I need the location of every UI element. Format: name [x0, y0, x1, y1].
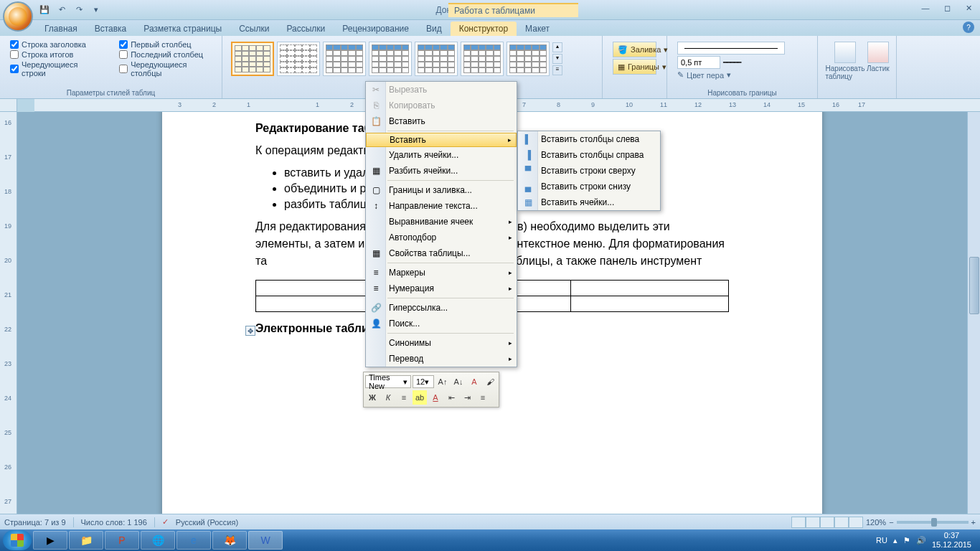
ctx-synonyms[interactable]: Синонимы▸ — [366, 335, 517, 351]
mini-highlight-button[interactable]: ab — [413, 390, 427, 405]
ctx-autofit[interactable]: Автоподбор▸ — [366, 230, 517, 245]
tab-mailings[interactable]: Рассылки — [278, 22, 334, 36]
view-web[interactable] — [820, 517, 834, 528]
pen-color-button[interactable]: ✎ Цвет пера ▾ — [677, 70, 807, 80]
scrollbar-thumb[interactable] — [969, 257, 979, 314]
ctx-numbering[interactable]: ≡Нумерация▸ — [366, 281, 517, 296]
task-firefox[interactable]: 🦊 — [212, 531, 247, 550]
ctx-cell-alignment[interactable]: Выравнивание ячеек▸ — [366, 214, 517, 230]
tab-layout[interactable]: Макет — [517, 22, 558, 36]
eraser-button[interactable]: Ластик — [867, 42, 890, 80]
task-ie[interactable]: e — [176, 531, 211, 550]
mini-bullets-button[interactable]: ≡ — [476, 390, 490, 405]
ctx-look-up[interactable]: 👤Поиск... — [366, 316, 517, 331]
check-banded-cols[interactable]: Чередующиеся столбцы — [119, 60, 212, 77]
minimize-button[interactable]: — — [917, 1, 934, 14]
table-move-handle[interactable]: ✥ — [245, 326, 255, 336]
sub-insert-rows-above[interactable]: ▀Вставить строки сверху — [518, 163, 660, 179]
table-style-7[interactable] — [507, 42, 550, 76]
table-style-1[interactable] — [231, 42, 274, 76]
help-button[interactable]: ? — [963, 22, 974, 33]
table-style-6[interactable] — [461, 42, 504, 76]
shading-button[interactable]: 🪣 Заливка ▾ — [613, 42, 656, 57]
ctx-text-direction[interactable]: ↕Направление текста... — [366, 198, 517, 214]
ctx-cut[interactable]: ✂Вырезать — [366, 82, 517, 98]
tray-flag-icon[interactable]: ⚑ — [903, 536, 910, 545]
task-powerpoint[interactable]: P — [105, 531, 139, 550]
mini-center-button[interactable]: ≡ — [397, 390, 411, 405]
qat-more-icon[interactable]: ▾ — [89, 3, 103, 17]
mini-indent-button[interactable]: ⇥ — [460, 390, 474, 405]
tab-references[interactable]: Ссылки — [230, 22, 278, 36]
close-button[interactable]: ✕ — [960, 1, 977, 14]
ctx-borders-shading[interactable]: ▢Границы и заливка... — [366, 182, 517, 198]
sub-insert-cols-right[interactable]: ▐Вставить столбцы справа — [518, 147, 660, 163]
table-style-2[interactable] — [277, 42, 320, 76]
redo-icon[interactable]: ↷ — [72, 3, 86, 17]
task-explorer[interactable]: 📁 — [69, 531, 103, 550]
tab-view[interactable]: Вид — [418, 22, 451, 36]
status-spell-icon[interactable]: ✓ — [162, 517, 169, 527]
mini-format-painter-icon[interactable]: 🖌 — [483, 375, 497, 389]
mini-italic-button[interactable]: К — [381, 390, 395, 405]
view-outline[interactable] — [834, 517, 849, 528]
task-media-player[interactable]: ▶ — [33, 531, 67, 550]
check-banded-rows[interactable]: Чередующиеся строки — [10, 60, 96, 77]
office-button[interactable] — [3, 1, 33, 32]
tab-review[interactable]: Рецензирование — [334, 22, 418, 36]
styles-down-icon[interactable]: ▾ — [552, 54, 562, 64]
mini-grow-font-icon[interactable]: A↑ — [435, 375, 450, 389]
task-chrome[interactable]: 🌐 — [141, 531, 175, 550]
vertical-ruler[interactable]: 16 17 18 19 20 21 22 23 24 25 26 27 — [0, 112, 17, 514]
save-icon[interactable]: 💾 — [37, 3, 52, 17]
sub-insert-cells[interactable]: ▦Вставить ячейки... — [518, 194, 660, 210]
mini-font-select[interactable]: Times New ▾ — [365, 375, 411, 388]
check-total-row[interactable]: Строка итогов — [10, 50, 96, 59]
start-button[interactable] — [3, 530, 32, 550]
ctx-paste[interactable]: 📋Вставить — [366, 113, 517, 129]
tab-home[interactable]: Главная — [36, 22, 86, 36]
zoom-level[interactable]: 120% — [866, 518, 886, 527]
tray-clock[interactable]: 0:37 15.12.2015 — [932, 531, 971, 550]
tray-sound-icon[interactable]: 🔊 — [916, 536, 926, 545]
table-style-3[interactable] — [323, 42, 366, 76]
styles-up-icon[interactable]: ▴ — [552, 42, 562, 52]
tab-page-layout[interactable]: Разметка страницы — [135, 22, 230, 36]
mini-styles-icon[interactable]: A — [467, 375, 481, 389]
status-page[interactable]: Страница: 7 из 9 — [4, 518, 66, 527]
ctx-translate[interactable]: Перевод▸ — [366, 351, 517, 367]
maximize-button[interactable]: ◻ — [938, 1, 956, 14]
mini-font-color-button[interactable]: A — [428, 390, 443, 405]
view-print-layout[interactable] — [791, 517, 806, 528]
ctx-delete-cells[interactable]: Удалить ячейки... — [366, 147, 517, 163]
ctx-insert[interactable]: Вставить▸ — [366, 133, 517, 147]
sub-insert-rows-below[interactable]: ▄Вставить строки снизу — [518, 179, 660, 194]
tab-insert[interactable]: Вставка — [86, 22, 136, 36]
tray-language[interactable]: RU — [876, 536, 887, 545]
table-style-5[interactable] — [415, 42, 458, 76]
status-language[interactable]: Русский (Россия) — [176, 518, 238, 527]
mini-dedent-button[interactable]: ⇤ — [444, 390, 458, 405]
mini-size-select[interactable]: 12 ▾ — [413, 375, 434, 388]
zoom-slider[interactable] — [897, 521, 969, 524]
table-style-4[interactable] — [369, 42, 412, 76]
check-last-col[interactable]: Последний столбец — [119, 50, 212, 59]
check-first-col[interactable]: Первый столбец — [119, 40, 212, 49]
zoom-out-button[interactable]: − — [889, 518, 893, 527]
line-style-select[interactable] — [677, 42, 785, 55]
zoom-in-button[interactable]: + — [971, 518, 976, 527]
draw-table-button[interactable]: Нарисовать таблицу — [828, 42, 862, 80]
tray-up-icon[interactable]: ▴ — [893, 536, 897, 545]
mini-shrink-font-icon[interactable]: A↓ — [451, 375, 466, 389]
status-word-count[interactable]: Число слов: 1 196 — [81, 518, 147, 527]
ctx-copy[interactable]: ⎘Копировать — [366, 98, 517, 113]
ctx-hyperlink[interactable]: 🔗Гиперссылка... — [366, 300, 517, 316]
vertical-scrollbar[interactable] — [967, 112, 980, 514]
line-width-select[interactable]: 0,5 пт — [677, 56, 720, 69]
ctx-split-cells[interactable]: ▦Разбить ячейки... — [366, 163, 517, 179]
task-word[interactable]: W — [248, 531, 283, 550]
ctx-table-properties[interactable]: ▦Свойства таблицы... — [366, 245, 517, 261]
mini-bold-button[interactable]: Ж — [365, 390, 380, 405]
ctx-bullets[interactable]: ≡Маркеры▸ — [366, 265, 517, 281]
view-full-screen[interactable] — [806, 517, 820, 528]
